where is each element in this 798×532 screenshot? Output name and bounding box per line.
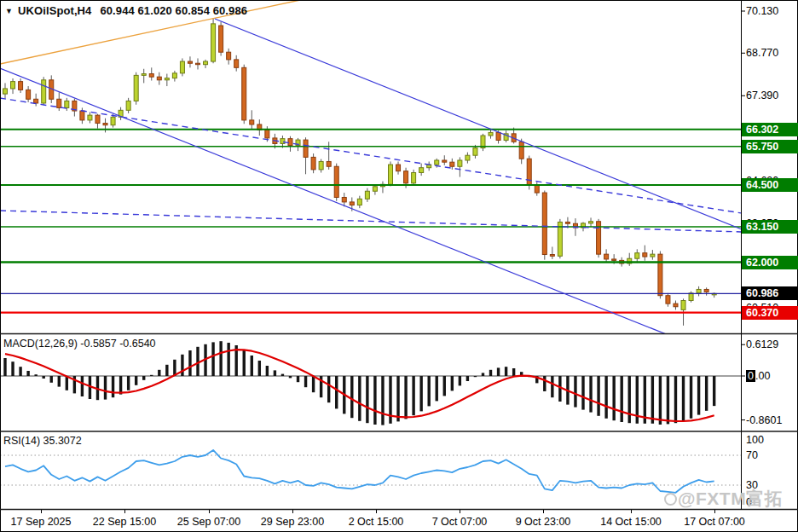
- bull-candle: [211, 24, 216, 61]
- macd-histogram-bar: [66, 376, 68, 390]
- bull-candle: [689, 293, 693, 301]
- bear-candle: [80, 111, 84, 120]
- macd-histogram-bar: [697, 376, 700, 415]
- date-label: 17 Oct 07:00: [684, 516, 745, 528]
- price-axis-label: 67.390: [746, 90, 778, 101]
- macd-histogram-bar: [505, 367, 507, 376]
- macd-histogram-bar: [558, 376, 561, 402]
- price-badge: 65.750: [742, 140, 798, 153]
- date-label: 14 Oct 15:00: [600, 516, 662, 528]
- bear-candle: [612, 259, 616, 260]
- macd-histogram-bar: [281, 374, 284, 376]
- macd-histogram-bar: [674, 376, 677, 423]
- macd-histogram-bar: [358, 376, 361, 421]
- bull-candle: [3, 89, 8, 94]
- macd-histogram-bar: [127, 376, 130, 390]
- bear-candle: [327, 161, 331, 166]
- bear-candle: [658, 254, 662, 296]
- macd-histogram-bar: [474, 376, 477, 377]
- macd-axis-zero-label: 0.00: [746, 370, 770, 382]
- price-axis-label: 70.130: [746, 5, 778, 17]
- macd-histogram-bar: [181, 355, 183, 376]
- bear-candle: [196, 63, 200, 64]
- macd-indicator-label: MACD(12,26,9) -0.5857 -0.6540: [3, 338, 156, 350]
- macd-histogram-bar: [104, 376, 107, 400]
- macd-histogram-bar: [304, 376, 307, 387]
- bear-candle: [643, 253, 647, 257]
- price-badge: 63.150: [742, 220, 798, 234]
- macd-histogram-bar: [158, 370, 160, 376]
- macd-histogram-bar: [219, 341, 222, 376]
- bear-candle: [188, 61, 192, 63]
- bear-candle: [311, 157, 315, 169]
- macd-histogram-bar: [173, 360, 176, 376]
- macd-histogram-bar: [119, 376, 122, 395]
- macd-histogram-bar: [551, 376, 553, 397]
- bear-candle: [542, 193, 546, 254]
- macd-histogram-bar: [443, 376, 446, 396]
- macd-histogram-bar: [274, 370, 276, 376]
- trend-line: [0, 211, 742, 232]
- bull-candle: [412, 173, 416, 183]
- macd-histogram-bar: [436, 376, 438, 401]
- bear-candle: [250, 120, 254, 124]
- macd-histogram-bar: [419, 376, 422, 411]
- bull-candle: [651, 254, 655, 257]
- bear-candle: [157, 77, 161, 80]
- broker-watermark: @FXTM富拓: [664, 487, 783, 511]
- bear-candle: [288, 139, 292, 146]
- macd-histogram-bar: [227, 343, 229, 376]
- bear-candle: [334, 166, 338, 197]
- bear-candle: [527, 159, 531, 185]
- macd-axis-label: -0.8601: [746, 414, 782, 426]
- bear-candle: [26, 90, 31, 99]
- trend-line: [0, 68, 678, 338]
- chevron-down-icon[interactable]: ▼: [5, 7, 13, 15]
- macd-histogram-bar: [211, 342, 214, 376]
- macd-histogram-bar: [497, 367, 500, 376]
- date-label: 22 Sep 15:00: [93, 516, 156, 528]
- macd-histogram-bar: [3, 358, 6, 376]
- chart-canvas[interactable]: [0, 0, 798, 532]
- bear-candle: [704, 289, 708, 292]
- bear-candle: [404, 171, 408, 183]
- macd-histogram-bar: [682, 376, 685, 421]
- macd-histogram-bar: [34, 374, 37, 376]
- symbol-period-label: UKOilSpot,H4: [18, 4, 91, 17]
- bear-candle: [242, 67, 246, 120]
- bear-candle: [519, 142, 523, 159]
- bull-candle: [126, 101, 130, 110]
- macd-histogram-bar: [165, 365, 168, 376]
- date-label: 25 Sep 07:00: [177, 516, 240, 528]
- macd-histogram-bar: [404, 376, 407, 419]
- bear-candle: [265, 130, 269, 138]
- bear-candle: [227, 52, 231, 60]
- macd-histogram-bar: [604, 376, 607, 419]
- macd-histogram-bar: [112, 376, 114, 397]
- bear-candle: [219, 26, 223, 52]
- bull-candle: [389, 165, 393, 184]
- macd-histogram-bar: [451, 376, 454, 390]
- macd-histogram-bar: [621, 376, 623, 422]
- macd-histogram-bar: [459, 376, 461, 385]
- bear-candle: [304, 140, 308, 157]
- macd-histogram-bar: [50, 376, 53, 383]
- bull-candle: [589, 222, 593, 223]
- bull-candle: [419, 168, 424, 173]
- bull-candle: [280, 139, 285, 144]
- macd-histogram-bar: [428, 376, 431, 406]
- rsi-axis-label: 70: [746, 449, 758, 461]
- price-badge: 62.000: [742, 256, 798, 269]
- macd-histogram-bar: [581, 376, 584, 410]
- bull-candle: [180, 61, 184, 73]
- macd-histogram-bar: [628, 376, 631, 423]
- watermark-text: @FXTM富拓: [678, 489, 783, 508]
- rsi-line: [5, 450, 714, 493]
- bull-candle: [111, 117, 115, 124]
- macd-histogram-bar: [667, 376, 669, 424]
- macd-histogram-bar: [366, 376, 368, 423]
- macd-histogram-bar: [58, 376, 61, 387]
- macd-histogram-bar: [651, 376, 654, 424]
- macd-histogram-bar: [188, 350, 191, 376]
- bull-candle: [204, 61, 208, 65]
